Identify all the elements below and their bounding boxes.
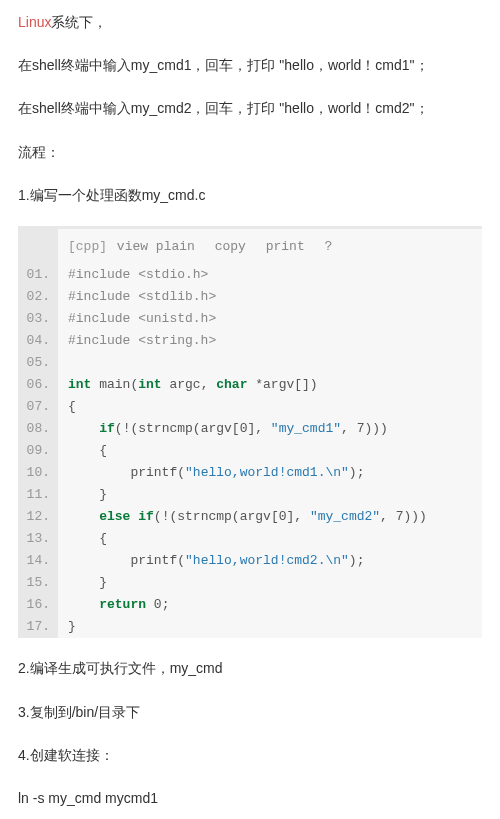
line-number: 17. xyxy=(18,616,58,638)
code-row: 05. xyxy=(18,352,482,374)
line-number: 02. xyxy=(18,286,58,308)
line-number: 07. xyxy=(18,396,58,418)
line-number: 12. xyxy=(18,506,58,528)
line-content: } xyxy=(58,572,107,594)
code-row: 12. else if(!(strncmp(argv[0], "my_cmd2"… xyxy=(18,506,482,528)
line-number: 01. xyxy=(18,264,58,286)
line-number: 04. xyxy=(18,330,58,352)
step-1: 1.编写一个处理函数my_cmd.c xyxy=(18,183,482,208)
line-number: 08. xyxy=(18,418,58,440)
step-2: 2.编译生成可执行文件，my_cmd xyxy=(18,656,482,681)
linux-highlight: Linux xyxy=(18,14,51,30)
line-number: 15. xyxy=(18,572,58,594)
toolbar-lang: [cpp] xyxy=(68,239,107,254)
line-content: #include <string.h> xyxy=(58,330,216,352)
ln-command-1: ln -s my_cmd mycmd1 xyxy=(18,786,482,811)
code-row: 04.#include <string.h> xyxy=(18,330,482,352)
line-content: printf("hello,world!cmd1.\n"); xyxy=(58,462,364,484)
code-row: 14. printf("hello,world!cmd2.\n"); xyxy=(18,550,482,572)
line-number: 16. xyxy=(18,594,58,616)
code-row: 08. if(!(strncmp(argv[0], "my_cmd1", 7))… xyxy=(18,418,482,440)
line-number: 03. xyxy=(18,308,58,330)
line-content xyxy=(58,352,68,374)
line-number: 10. xyxy=(18,462,58,484)
code-row: 17.} xyxy=(18,616,482,638)
code-block: [cpp] view plain copy print ? 01.#includ… xyxy=(18,226,482,638)
line-content: printf("hello,world!cmd2.\n"); xyxy=(58,550,364,572)
line-content: { xyxy=(58,440,107,462)
line-content: if(!(strncmp(argv[0], "my_cmd1", 7))) xyxy=(58,418,388,440)
line-content: #include <stdio.h> xyxy=(58,264,208,286)
line-number: 05. xyxy=(18,352,58,374)
line-content: #include <unistd.h> xyxy=(58,308,216,330)
code-toolbar: [cpp] view plain copy print ? xyxy=(18,226,482,264)
code-row: 09. { xyxy=(18,440,482,462)
line-content: int main(int argc, char *argv[]) xyxy=(58,374,318,396)
code-row: 11. } xyxy=(18,484,482,506)
line-content: } xyxy=(58,484,107,506)
line-content: } xyxy=(58,616,76,638)
intro-suffix: 系统下， xyxy=(51,14,107,30)
code-lines: 01.#include <stdio.h>02.#include <stdlib… xyxy=(18,264,482,638)
line-content: else if(!(strncmp(argv[0], "my_cmd2", 7)… xyxy=(58,506,427,528)
line-number: 06. xyxy=(18,374,58,396)
intro-line-3: 在shell终端中输入my_cmd2，回车，打印 "hello，world！cm… xyxy=(18,96,482,121)
toolbar-print[interactable]: print xyxy=(266,239,305,254)
code-row: 16. return 0; xyxy=(18,594,482,616)
flow-label: 流程： xyxy=(18,140,482,165)
intro-line-2: 在shell终端中输入my_cmd1，回车，打印 "hello，world！cm… xyxy=(18,53,482,78)
line-number: 13. xyxy=(18,528,58,550)
code-row: 10. printf("hello,world!cmd1.\n"); xyxy=(18,462,482,484)
code-row: 03.#include <unistd.h> xyxy=(18,308,482,330)
step-3: 3.复制到/bin/目录下 xyxy=(18,700,482,725)
code-row: 13. { xyxy=(18,528,482,550)
code-row: 15. } xyxy=(18,572,482,594)
line-number: 09. xyxy=(18,440,58,462)
line-content: #include <stdlib.h> xyxy=(58,286,216,308)
code-row: 06.int main(int argc, char *argv[]) xyxy=(18,374,482,396)
line-content: { xyxy=(58,528,107,550)
line-content: return 0; xyxy=(58,594,169,616)
line-number: 14. xyxy=(18,550,58,572)
toolbar-view-plain[interactable]: view plain xyxy=(117,239,195,254)
code-row: 02.#include <stdlib.h> xyxy=(18,286,482,308)
step-4: 4.创建软连接： xyxy=(18,743,482,768)
toolbar-copy[interactable]: copy xyxy=(215,239,246,254)
code-row: 07.{ xyxy=(18,396,482,418)
toolbar-help[interactable]: ? xyxy=(325,239,333,254)
line-number: 11. xyxy=(18,484,58,506)
line-content: { xyxy=(58,396,76,418)
intro-line-1: Linux系统下， xyxy=(18,10,482,35)
code-row: 01.#include <stdio.h> xyxy=(18,264,482,286)
